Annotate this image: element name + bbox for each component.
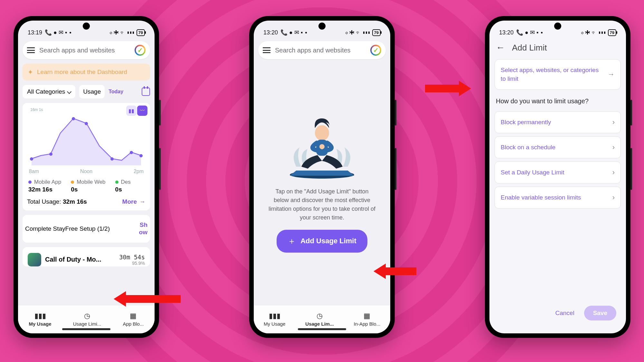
nav-inapp-blocking[interactable]: ▦In-App Blo...	[354, 312, 381, 327]
battery-icon: 79	[372, 29, 381, 36]
filter-row: All Categories Usage Today	[23, 85, 150, 98]
opt-daily-limit[interactable]: Set a Daily Usage Limit›	[495, 162, 621, 183]
phone-my-usage: 13:19 📞 ● ✉ ▪ ⊘ ✱ ᯤ ▮▮▮ 79 Search apps a…	[14, 16, 159, 338]
camera-hole	[318, 23, 326, 30]
total-value: 32m 16s	[63, 198, 87, 205]
menu-icon[interactable]	[27, 47, 35, 53]
app-name: Call of Duty - Mo...	[45, 256, 115, 263]
plus-icon: ＋	[288, 236, 296, 247]
progress-ring-icon[interactable]: ✓	[135, 45, 146, 56]
chevron-right-icon: ›	[612, 193, 615, 202]
svg-point-6	[139, 154, 143, 157]
status-time: 13:19	[28, 29, 42, 36]
status-notif-icons: 📞 ● ✉ ▪	[45, 29, 67, 36]
progress-ring-icon[interactable]: ✓	[370, 45, 381, 56]
opt-block-permanently[interactable]: Block permanently›	[495, 111, 621, 133]
setup-text: Complete StayFree Setup (1/2)	[25, 225, 110, 232]
total-label: Total Usage:	[27, 198, 61, 205]
app-time: 30m 54s	[119, 254, 145, 261]
banner-text: Learn more about the Dashboard	[37, 69, 127, 76]
xlabel: 2pm	[134, 169, 144, 174]
search-placeholder: Search apps and websites	[275, 47, 351, 54]
app-list-card: Call of Duty - Mo... 30m 54s 95.9%	[23, 247, 150, 266]
nav-app-blocking[interactable]: ▦App Blo...	[123, 312, 144, 327]
svg-marker-8	[290, 171, 354, 176]
phone-usage-limits-empty: 13:20📞 ● ✉ ▪ ⊘ ✱ ᯤ ▮▮▮79 Search apps and…	[249, 16, 395, 338]
search-placeholder: Search apps and websites	[39, 47, 115, 54]
camera-hole	[83, 23, 90, 30]
page-title: Add Limit	[512, 43, 547, 53]
svg-point-4	[110, 157, 114, 161]
usage-chart	[27, 114, 146, 167]
back-icon[interactable]: ←	[496, 42, 505, 53]
chevron-right-icon: ›	[612, 118, 615, 126]
arrow-right-icon: →	[608, 70, 615, 79]
nav-my-usage[interactable]: ▮▮▮My Usage	[29, 312, 52, 327]
cancel-button[interactable]: Cancel	[555, 310, 574, 317]
calendar-icon[interactable]	[142, 88, 150, 96]
limit-question: How do you want to limit usage?	[489, 90, 626, 108]
app-pct: 95.9%	[119, 261, 145, 266]
filter-today[interactable]: Today	[109, 89, 123, 95]
status-time: 13:20	[263, 29, 278, 36]
empty-state-text: Tap on the "Add Usage Limit" button belo…	[268, 187, 376, 222]
svg-point-1	[49, 153, 52, 156]
save-button[interactable]: Save	[584, 306, 616, 320]
home-indicator[interactable]	[62, 328, 110, 330]
battery-icon: 79	[137, 29, 145, 36]
tutorial-arrow-3	[425, 83, 471, 94]
chart-legend: Mobile App32m 16s Mobile Web0s Des0s	[27, 174, 146, 194]
search-bar[interactable]: Search apps and websites ✓	[258, 41, 386, 59]
dashboard-banner[interactable]: ✦ Learn more about the Dashboard	[23, 64, 150, 80]
status-time: 13:20	[499, 29, 514, 36]
app-icon	[28, 253, 41, 266]
add-usage-limit-button[interactable]: ＋ Add Usage Limit	[277, 230, 367, 253]
chevron-right-icon: ›	[612, 168, 615, 177]
select-apps-card[interactable]: Select apps, websites, or categories to …	[495, 59, 621, 90]
status-connectivity-icons: ⊘ ✱ ᯤ ▮▮▮	[109, 30, 134, 36]
setup-card[interactable]: Complete StayFree Setup (1/2) Sh ow	[23, 215, 150, 243]
tutorial-arrow-2	[374, 266, 416, 277]
home-indicator[interactable]	[298, 328, 346, 330]
wand-icon: ✦	[28, 68, 33, 76]
opt-block-schedule[interactable]: Block on a schedule›	[495, 136, 621, 158]
menu-icon[interactable]	[263, 47, 270, 53]
nav-my-usage[interactable]: ▮▮▮My Usage	[264, 312, 286, 327]
filter-usage[interactable]: Usage	[79, 85, 105, 98]
tutorial-arrow-1	[114, 293, 181, 304]
svg-point-5	[130, 151, 133, 154]
chevron-right-icon: ›	[612, 143, 615, 152]
phone-add-limit: 13:20📞 ● ✉ ▪ ⊘ ✱ ᯤ ▮▮▮79 ← Add Limit Sel…	[485, 16, 630, 338]
search-bar[interactable]: Search apps and websites ✓	[23, 41, 150, 59]
chart-bar-toggle[interactable]: ▮▮	[126, 106, 137, 116]
svg-point-2	[72, 117, 75, 120]
filter-categories[interactable]: All Categories	[23, 85, 75, 98]
more-link[interactable]: More →	[122, 198, 146, 205]
nav-usage-limits[interactable]: ◷Usage Limi...	[73, 312, 101, 327]
svg-point-9	[315, 125, 329, 141]
setup-show[interactable]: Sh ow	[137, 221, 147, 236]
svg-point-0	[30, 157, 33, 161]
select-apps-label: Select apps, websites, or categories to …	[501, 66, 602, 83]
app-row[interactable]: Call of Duty - Mo... 30m 54s 95.9%	[26, 250, 147, 266]
xlabel: Noon	[80, 169, 92, 174]
meditation-illustration	[283, 115, 361, 180]
xlabel: 8am	[29, 169, 39, 174]
chart-line-toggle[interactable]: 〰	[137, 106, 147, 116]
opt-session-limits[interactable]: Enable variable session limits›	[495, 187, 621, 209]
chevron-down-icon	[67, 89, 71, 94]
usage-chart-card: ▮▮ 〰 16m 1s 8am Noon	[23, 103, 150, 210]
camera-hole	[554, 23, 561, 30]
nav-usage-limits[interactable]: ◷Usage Lim...	[305, 312, 334, 327]
battery-icon: 79	[608, 29, 616, 36]
svg-point-3	[85, 122, 88, 125]
